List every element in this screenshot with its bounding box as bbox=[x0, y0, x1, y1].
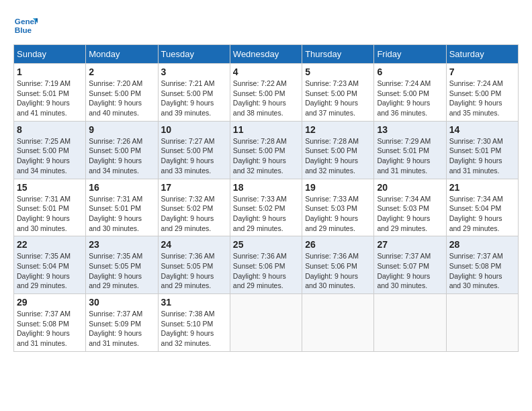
calendar-cell: 30Sunrise: 7:37 AM Sunset: 5:09 PM Dayli… bbox=[86, 294, 158, 352]
day-number: 8 bbox=[17, 124, 83, 135]
day-info: Sunrise: 7:25 AM Sunset: 5:00 PM Dayligh… bbox=[17, 136, 83, 176]
calendar-cell: 23Sunrise: 7:35 AM Sunset: 5:05 PM Dayli… bbox=[86, 236, 158, 294]
calendar-cell: 10Sunrise: 7:27 AM Sunset: 5:00 PM Dayli… bbox=[158, 121, 230, 179]
calendar-cell bbox=[230, 294, 302, 352]
calendar-cell: 19Sunrise: 7:33 AM Sunset: 5:03 PM Dayli… bbox=[302, 179, 374, 236]
day-info: Sunrise: 7:36 AM Sunset: 5:05 PM Dayligh… bbox=[161, 251, 227, 291]
day-number: 9 bbox=[89, 124, 154, 135]
calendar-cell: 27Sunrise: 7:37 AM Sunset: 5:07 PM Dayli… bbox=[374, 236, 446, 294]
day-number: 13 bbox=[377, 124, 443, 135]
page-header: General Blue bbox=[13, 13, 519, 38]
weekday-header-thursday: Thursday bbox=[302, 45, 374, 64]
day-info: Sunrise: 7:30 AM Sunset: 5:01 PM Dayligh… bbox=[449, 136, 515, 176]
calendar-cell: 8Sunrise: 7:25 AM Sunset: 5:00 PM Daylig… bbox=[14, 121, 86, 179]
day-number: 14 bbox=[449, 124, 515, 135]
weekday-header-saturday: Saturday bbox=[446, 45, 518, 64]
day-info: Sunrise: 7:22 AM Sunset: 5:00 PM Dayligh… bbox=[233, 79, 299, 118]
day-info: Sunrise: 7:35 AM Sunset: 5:05 PM Dayligh… bbox=[89, 251, 154, 291]
day-info: Sunrise: 7:33 AM Sunset: 5:03 PM Dayligh… bbox=[305, 194, 371, 234]
day-number: 20 bbox=[377, 182, 443, 193]
calendar-cell: 7Sunrise: 7:24 AM Sunset: 5:00 PM Daylig… bbox=[446, 64, 518, 122]
day-number: 31 bbox=[161, 297, 227, 308]
day-info: Sunrise: 7:31 AM Sunset: 5:01 PM Dayligh… bbox=[89, 194, 154, 234]
day-number: 5 bbox=[305, 66, 371, 77]
calendar-cell: 15Sunrise: 7:31 AM Sunset: 5:01 PM Dayli… bbox=[14, 179, 86, 236]
day-info: Sunrise: 7:27 AM Sunset: 5:00 PM Dayligh… bbox=[161, 136, 227, 176]
day-number: 25 bbox=[233, 239, 299, 250]
calendar-cell: 31Sunrise: 7:38 AM Sunset: 5:10 PM Dayli… bbox=[158, 294, 230, 352]
day-number: 7 bbox=[449, 66, 515, 77]
day-number: 3 bbox=[161, 66, 227, 77]
day-number: 15 bbox=[17, 182, 83, 193]
day-number: 19 bbox=[305, 182, 371, 193]
calendar-cell: 25Sunrise: 7:36 AM Sunset: 5:06 PM Dayli… bbox=[230, 236, 302, 294]
day-info: Sunrise: 7:37 AM Sunset: 5:08 PM Dayligh… bbox=[449, 251, 515, 291]
svg-text:Blue: Blue bbox=[15, 26, 32, 34]
calendar-cell: 11Sunrise: 7:28 AM Sunset: 5:00 PM Dayli… bbox=[230, 121, 302, 179]
day-info: Sunrise: 7:37 AM Sunset: 5:08 PM Dayligh… bbox=[17, 309, 83, 349]
day-info: Sunrise: 7:28 AM Sunset: 5:00 PM Dayligh… bbox=[305, 136, 371, 176]
day-info: Sunrise: 7:26 AM Sunset: 5:00 PM Dayligh… bbox=[89, 136, 154, 176]
logo: General Blue bbox=[13, 13, 42, 38]
day-info: Sunrise: 7:37 AM Sunset: 5:09 PM Dayligh… bbox=[89, 309, 154, 349]
day-number: 26 bbox=[305, 239, 371, 250]
calendar-table: SundayMondayTuesdayWednesdayThursdayFrid… bbox=[13, 44, 519, 352]
day-info: Sunrise: 7:36 AM Sunset: 5:06 PM Dayligh… bbox=[305, 251, 371, 291]
calendar-cell: 22Sunrise: 7:35 AM Sunset: 5:04 PM Dayli… bbox=[14, 236, 86, 294]
day-info: Sunrise: 7:20 AM Sunset: 5:00 PM Dayligh… bbox=[89, 79, 154, 118]
calendar-cell: 2Sunrise: 7:20 AM Sunset: 5:00 PM Daylig… bbox=[86, 64, 158, 122]
day-info: Sunrise: 7:36 AM Sunset: 5:06 PM Dayligh… bbox=[233, 251, 299, 291]
calendar-cell: 12Sunrise: 7:28 AM Sunset: 5:00 PM Dayli… bbox=[302, 121, 374, 179]
calendar-cell: 29Sunrise: 7:37 AM Sunset: 5:08 PM Dayli… bbox=[14, 294, 86, 352]
calendar-cell bbox=[374, 294, 446, 352]
calendar-cell bbox=[302, 294, 374, 352]
calendar-cell: 13Sunrise: 7:29 AM Sunset: 5:01 PM Dayli… bbox=[374, 121, 446, 179]
calendar-cell bbox=[446, 294, 518, 352]
day-info: Sunrise: 7:37 AM Sunset: 5:07 PM Dayligh… bbox=[377, 251, 443, 291]
calendar-cell: 9Sunrise: 7:26 AM Sunset: 5:00 PM Daylig… bbox=[86, 121, 158, 179]
calendar-cell: 26Sunrise: 7:36 AM Sunset: 5:06 PM Dayli… bbox=[302, 236, 374, 294]
day-info: Sunrise: 7:38 AM Sunset: 5:10 PM Dayligh… bbox=[161, 309, 227, 349]
day-info: Sunrise: 7:29 AM Sunset: 5:01 PM Dayligh… bbox=[377, 136, 443, 176]
calendar-cell: 3Sunrise: 7:21 AM Sunset: 5:00 PM Daylig… bbox=[158, 64, 230, 122]
calendar-cell: 20Sunrise: 7:34 AM Sunset: 5:03 PM Dayli… bbox=[374, 179, 446, 236]
day-number: 29 bbox=[17, 297, 83, 308]
day-number: 2 bbox=[89, 66, 154, 77]
day-number: 27 bbox=[377, 239, 443, 250]
day-info: Sunrise: 7:21 AM Sunset: 5:00 PM Dayligh… bbox=[161, 79, 227, 118]
day-info: Sunrise: 7:24 AM Sunset: 5:00 PM Dayligh… bbox=[377, 79, 443, 118]
logo-icon: General Blue bbox=[13, 13, 38, 38]
day-number: 28 bbox=[449, 239, 515, 250]
day-number: 10 bbox=[161, 124, 227, 135]
calendar-cell: 16Sunrise: 7:31 AM Sunset: 5:01 PM Dayli… bbox=[86, 179, 158, 236]
calendar-cell: 17Sunrise: 7:32 AM Sunset: 5:02 PM Dayli… bbox=[158, 179, 230, 236]
day-number: 21 bbox=[449, 182, 515, 193]
calendar-cell: 14Sunrise: 7:30 AM Sunset: 5:01 PM Dayli… bbox=[446, 121, 518, 179]
day-number: 30 bbox=[89, 297, 154, 308]
day-number: 17 bbox=[161, 182, 227, 193]
calendar-cell: 6Sunrise: 7:24 AM Sunset: 5:00 PM Daylig… bbox=[374, 64, 446, 122]
calendar-cell: 24Sunrise: 7:36 AM Sunset: 5:05 PM Dayli… bbox=[158, 236, 230, 294]
day-number: 1 bbox=[17, 66, 83, 77]
calendar-cell: 4Sunrise: 7:22 AM Sunset: 5:00 PM Daylig… bbox=[230, 64, 302, 122]
day-number: 6 bbox=[377, 66, 443, 77]
weekday-header-monday: Monday bbox=[86, 45, 158, 64]
day-info: Sunrise: 7:34 AM Sunset: 5:04 PM Dayligh… bbox=[449, 194, 515, 234]
calendar-cell: 18Sunrise: 7:33 AM Sunset: 5:02 PM Dayli… bbox=[230, 179, 302, 236]
weekday-header-friday: Friday bbox=[374, 45, 446, 64]
day-info: Sunrise: 7:23 AM Sunset: 5:00 PM Dayligh… bbox=[305, 79, 371, 118]
day-number: 11 bbox=[233, 124, 299, 135]
day-info: Sunrise: 7:32 AM Sunset: 5:02 PM Dayligh… bbox=[161, 194, 227, 234]
day-number: 24 bbox=[161, 239, 227, 250]
calendar-header: SundayMondayTuesdayWednesdayThursdayFrid… bbox=[14, 45, 519, 64]
calendar-cell: 5Sunrise: 7:23 AM Sunset: 5:00 PM Daylig… bbox=[302, 64, 374, 122]
calendar-cell: 1Sunrise: 7:19 AM Sunset: 5:01 PM Daylig… bbox=[14, 64, 86, 122]
day-number: 16 bbox=[89, 182, 154, 193]
day-info: Sunrise: 7:28 AM Sunset: 5:00 PM Dayligh… bbox=[233, 136, 299, 176]
svg-text:General: General bbox=[15, 17, 38, 26]
day-info: Sunrise: 7:19 AM Sunset: 5:01 PM Dayligh… bbox=[17, 79, 83, 118]
day-number: 22 bbox=[17, 239, 83, 250]
day-info: Sunrise: 7:33 AM Sunset: 5:02 PM Dayligh… bbox=[233, 194, 299, 234]
day-number: 4 bbox=[233, 66, 299, 77]
day-info: Sunrise: 7:31 AM Sunset: 5:01 PM Dayligh… bbox=[17, 194, 83, 234]
